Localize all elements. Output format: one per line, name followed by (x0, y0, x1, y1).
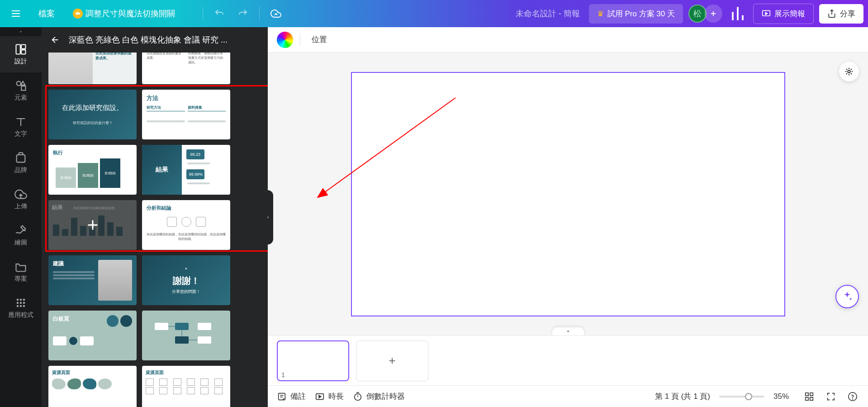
svg-rect-13 (21, 50, 25, 54)
sidebar-label: 繪圖 (14, 239, 27, 247)
position-button[interactable]: 位置 (307, 32, 332, 48)
undo-button[interactable] (209, 4, 229, 24)
duration-button[interactable]: 時長 (315, 391, 344, 402)
background-color-picker[interactable] (277, 32, 293, 48)
crown-icon (73, 9, 83, 19)
sidebar-item-upload[interactable]: 上傳 (0, 181, 42, 217)
sidebar-label: 設計 (14, 57, 27, 66)
template-thumb[interactable]: 分析和結論 在此添加獲得的知識，在此添加獲得的知識，在此添加獲得的知識。 (142, 200, 230, 250)
header-center: 未命名設計 - 簡報 (200, 4, 589, 24)
svg-point-37 (848, 70, 850, 73)
zoom-slider[interactable] (719, 396, 764, 397)
svg-rect-15 (21, 86, 25, 90)
sidebar-label: 元素 (14, 94, 27, 102)
file-menu[interactable]: 檔案 (32, 5, 62, 23)
grid-view-button[interactable] (803, 390, 816, 403)
sidebar-label: 上傳 (14, 202, 27, 211)
page-thumbnail[interactable]: 1 (277, 340, 349, 381)
svg-rect-32 (155, 323, 168, 330)
sidebar-item-design[interactable]: 設計 (0, 36, 42, 72)
panel-collapse-button[interactable] (262, 190, 273, 244)
template-thumb[interactable]: 資源頁面 (48, 366, 137, 407)
back-button[interactable] (48, 33, 62, 47)
svg-rect-53 (810, 397, 813, 400)
svg-rect-50 (806, 393, 808, 395)
menu-toggle[interactable] (5, 5, 27, 23)
timer-button[interactable]: 倒數計時器 (353, 391, 405, 402)
sidebar-collapse-up[interactable] (0, 27, 42, 36)
template-thumb[interactable] (142, 311, 230, 360)
template-thumb[interactable]: 資源頁面 (142, 366, 230, 407)
add-collaborator-button[interactable] (704, 5, 722, 23)
page-indicator[interactable]: 第 1 頁 (共 1 頁) (655, 391, 710, 402)
fullscreen-button[interactable] (825, 390, 837, 403)
sidebar-item-projects[interactable]: 專案 (0, 254, 42, 290)
svg-rect-12 (21, 45, 25, 49)
magic-button[interactable] (835, 285, 859, 308)
timer-label: 倒數計時器 (366, 391, 405, 402)
svg-point-21 (17, 302, 19, 304)
svg-rect-36 (198, 323, 211, 330)
share-label: 分享 (840, 9, 855, 19)
document-title[interactable]: 未命名設計 - 簡報 (516, 8, 580, 19)
template-thumb[interactable]: 執行 第1階段 第2階段 第3階段 (48, 145, 137, 195)
svg-rect-33 (175, 323, 189, 330)
svg-rect-34 (175, 336, 189, 344)
sidebar-label: 應用程式 (8, 311, 33, 319)
template-thumb[interactable]: 在此濃縮想要突顯的重要成果。 利用圖表、表格或圖示等視覺方式呈現有吸引力的資訊。 (142, 53, 230, 84)
share-button[interactable]: 分享 (819, 4, 863, 24)
sidebar-item-elements[interactable]: 元素 (0, 72, 42, 109)
context-toolbar: 位置 (268, 27, 868, 53)
zoom-value[interactable]: 35% (773, 392, 794, 401)
svg-marker-46 (319, 395, 321, 398)
ai-generate-button[interactable] (839, 62, 859, 81)
present-label: 展示簡報 (774, 9, 805, 19)
redo-button[interactable] (233, 4, 253, 24)
avatar[interactable]: 松 (688, 5, 707, 23)
sidebar-item-brand[interactable]: 品牌 (0, 145, 42, 181)
template-thumb[interactable]: 結果 98.23 99.99% (142, 145, 230, 195)
pages-strip-toggle[interactable] (552, 327, 584, 335)
add-page-button[interactable] (356, 340, 428, 381)
resize-magic-switch[interactable]: 調整尺寸與魔法切換開關 (66, 5, 182, 23)
analytics-button[interactable] (728, 4, 748, 24)
left-sidebar: 設計 元素 文字 品牌 上傳 繪圖 專案 應用程式 (0, 27, 42, 407)
slider-track[interactable] (719, 396, 764, 397)
sidebar-item-text[interactable]: 文字 (0, 109, 42, 145)
template-thumb[interactable]: 結果 在此添加研究結果的簡要說明。 (48, 200, 137, 250)
bottom-right: 第 1 頁 (共 1 頁) 35% (655, 390, 859, 403)
slider-thumb[interactable] (745, 393, 752, 400)
canvas-page[interactable] (351, 72, 785, 316)
template-thumb[interactable]: 建議 (48, 255, 137, 305)
help-button[interactable] (846, 390, 859, 403)
template-thumb[interactable]: 白板頁 (48, 311, 137, 360)
duration-label: 時長 (328, 391, 344, 402)
svg-rect-11 (16, 45, 20, 54)
svg-rect-35 (198, 336, 211, 344)
add-template-overlay[interactable] (48, 200, 137, 250)
svg-point-19 (20, 299, 22, 301)
collaborators: 松 (688, 5, 722, 23)
svg-point-55 (853, 399, 853, 399)
template-thumb[interactable]: ▲ 謝謝！ 分享您的問題！ (142, 255, 230, 305)
sidebar-item-draw[interactable]: 繪圖 (0, 217, 42, 254)
sidebar-label: 專案 (14, 275, 27, 283)
template-thumb[interactable]: 在此添加研究假設。 研究假設的目的是什麼？ (48, 90, 137, 139)
trial-button[interactable]: ♛ 試用 Pro 方案 30 天 (589, 4, 683, 24)
app-header: 檔案 調整尺寸與魔法切換開關 未命名設計 - 簡報 ♛ 試用 Pro 方案 30… (0, 0, 868, 27)
separator (259, 7, 260, 20)
notes-label: 備註 (290, 391, 306, 402)
notes-button[interactable]: 備註 (277, 391, 306, 402)
template-thumb[interactable]: 方法 研究方法 資料搜集 (142, 90, 230, 139)
header-left: 檔案 調整尺寸與魔法切換開關 (5, 5, 182, 23)
svg-marker-9 (765, 13, 767, 15)
templates-grid[interactable]: 在此添加想要突顯的重要成果。 在此濃縮想要突顯的重要成果。 利用圖表、表格或圖示… (42, 53, 268, 407)
canvas-viewport[interactable] (268, 53, 868, 335)
present-button[interactable]: 展示簡報 (753, 4, 814, 24)
template-thumb[interactable]: 在此添加想要突顯的重要成果。 (48, 53, 137, 84)
separator (300, 33, 300, 47)
cloud-sync-icon[interactable] (266, 4, 286, 24)
svg-point-18 (17, 299, 19, 301)
templates-panel: 深藍色 亮綠色 白色 模塊化抽象 會議 研究 ... 在此添加想要突顯的重要成果… (42, 27, 268, 407)
sidebar-item-apps[interactable]: 應用程式 (0, 290, 42, 326)
